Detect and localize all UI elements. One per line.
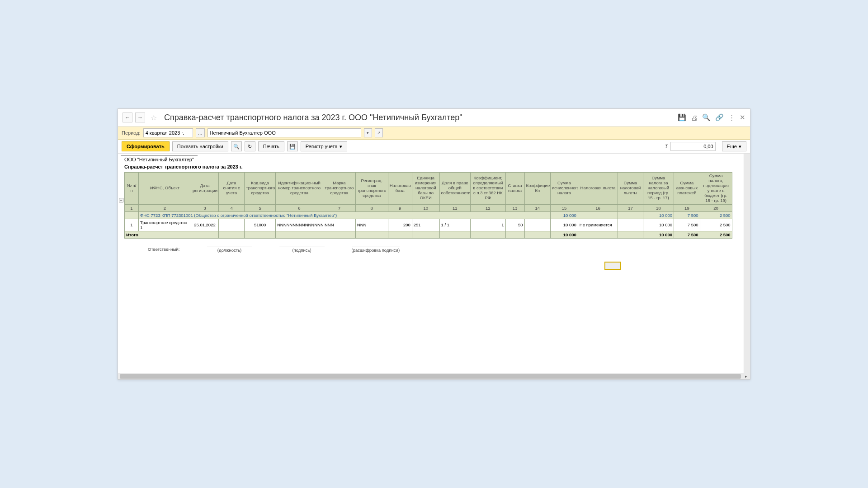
selected-cell-indicator[interactable] xyxy=(604,262,621,270)
generate-button[interactable]: Сформировать xyxy=(122,141,170,151)
save-icon[interactable]: 💾 xyxy=(678,113,686,122)
more-actions-button[interactable]: Еще ▾ xyxy=(722,141,746,151)
report-area: ООО "Нетипичный Бухгалтер" Справка-расче… xyxy=(118,154,744,373)
print-button[interactable]: Печать xyxy=(258,141,284,151)
register-button[interactable]: Регистр учета ▾ xyxy=(301,141,347,151)
header-row: № п/пИФНС, ОбъектДата регистрацииДата сн… xyxy=(125,173,732,205)
table-row[interactable]: 1 Транспортное средство 1 25.01.2022 510… xyxy=(125,219,732,231)
period-picker-button[interactable]: … xyxy=(196,128,205,137)
report-title: Справка-расчет транспортного налога за 2… xyxy=(121,163,741,172)
find-button[interactable]: 🔍 xyxy=(231,141,242,151)
sum-label: Σ xyxy=(665,144,669,149)
preview-icon[interactable]: 🔍 xyxy=(702,113,711,122)
more-icon[interactable]: ⋮ xyxy=(728,113,735,122)
save-report-button[interactable]: 💾 xyxy=(287,141,298,151)
group-row[interactable]: ФНС 7723 КПП 772301001 (Общество с огран… xyxy=(125,211,732,219)
sum-value[interactable] xyxy=(670,142,716,151)
report-org-line: ООО "Нетипичный Бухгалтер" xyxy=(121,155,198,163)
forward-button[interactable]: → xyxy=(135,113,145,122)
refresh-button[interactable]: ↻ xyxy=(245,141,255,151)
vertical-scrollbar[interactable] xyxy=(744,154,750,373)
organization-input[interactable] xyxy=(208,128,361,137)
favorite-icon[interactable]: ☆ xyxy=(151,113,157,122)
period-input[interactable] xyxy=(143,128,193,137)
organization-open-button[interactable]: ↗ xyxy=(375,128,383,137)
signatures-block: Ответственный: (должность) (подпись) (ра… xyxy=(148,247,741,253)
close-icon[interactable]: ✕ xyxy=(740,113,745,122)
column-number-row: 1234 5678 9101112 13141516 17181920 xyxy=(125,204,732,211)
link-icon[interactable]: 🔗 xyxy=(715,113,724,122)
total-row: Итого 10 000 10 000 7 500 2 500 xyxy=(125,231,732,238)
group-collapse-toggle[interactable]: − xyxy=(119,198,123,202)
print-icon[interactable]: 🖨 xyxy=(691,114,698,122)
horizontal-scrollbar[interactable]: ▸ xyxy=(118,373,750,379)
organization-dropdown-button[interactable]: ▾ xyxy=(364,128,372,137)
back-button[interactable]: ← xyxy=(123,113,132,122)
report-table: № п/пИФНС, ОбъектДата регистрацииДата сн… xyxy=(124,172,732,239)
window-title: Справка-расчет транспортного налога за 2… xyxy=(164,113,675,122)
show-settings-button[interactable]: Показать настройки xyxy=(172,141,228,151)
period-label: Период: xyxy=(122,130,141,136)
